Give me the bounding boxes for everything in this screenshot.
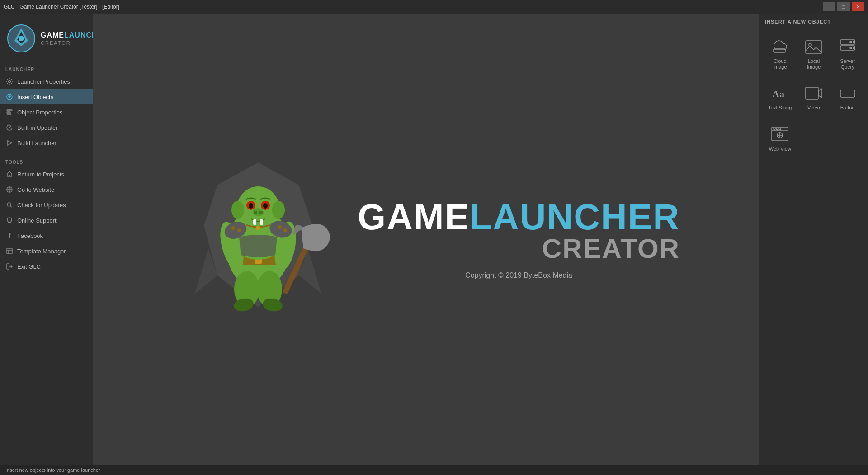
right-panel-title: INSERT A NEW OBJECT	[765, 19, 863, 24]
object-item-server-query[interactable]: Server Query	[832, 32, 863, 75]
svg-rect-35	[253, 219, 256, 225]
sidebar-item-build-launcher[interactable]: Build Launcher	[0, 135, 93, 151]
svg-point-34	[259, 211, 263, 214]
svg-point-52	[853, 41, 855, 43]
splash-copyright: Copyright © 2019 ByteBox Media	[465, 271, 572, 280]
svg-point-30	[249, 203, 253, 209]
right-panel: INSERT A NEW OBJECT Cloud Image	[760, 14, 868, 465]
svg-point-12	[9, 222, 10, 223]
sidebar-item-check-for-updates-label: Check for Updates	[17, 202, 66, 209]
text-string-label: Text String	[768, 105, 792, 111]
sidebar-item-facebook-label: Facebook	[17, 233, 43, 239]
object-grid: Cloud Image Local Image	[765, 32, 863, 157]
svg-point-31	[263, 203, 268, 209]
object-item-button[interactable]: Button	[832, 78, 863, 115]
svg-point-3	[19, 36, 24, 41]
sidebar-item-return-to-projects-label: Return to Projects	[17, 171, 64, 178]
sidebar-item-object-properties-label: Object Properties	[17, 109, 62, 116]
sidebar-item-exit-glc[interactable]: Exit GLC	[0, 259, 93, 274]
svg-point-42	[231, 226, 235, 230]
local-image-label: Local Image	[802, 58, 826, 70]
orc-svg	[172, 158, 344, 321]
svg-rect-47	[774, 49, 785, 52]
local-image-icon	[802, 36, 825, 57]
splash-creator: CREATOR	[542, 235, 680, 262]
sidebar-item-build-launcher-label: Build Launcher	[17, 140, 57, 147]
statusbar-text: Insert new objects into your game launch…	[5, 467, 100, 473]
sidebar-item-insert-objects-label: Insert Objects	[17, 94, 53, 100]
svg-rect-8	[7, 114, 11, 114]
server-query-label: Server Query	[835, 58, 860, 70]
svg-point-43	[237, 228, 241, 232]
svg-point-53	[853, 47, 855, 49]
search-icon	[5, 201, 14, 209]
titlebar-controls: ─ □ ✕	[823, 2, 864, 11]
sidebar-item-check-for-updates[interactable]: Check for Updates	[0, 197, 93, 213]
main-layout: GAMELAUNCHER CREATOR LAUNCHER Launcher P…	[0, 14, 868, 465]
sidebar-item-online-support[interactable]: Online Support	[0, 213, 93, 228]
svg-point-11	[7, 203, 11, 206]
properties-icon	[5, 108, 14, 116]
button-label: Button	[840, 105, 855, 111]
button-icon	[836, 83, 859, 103]
svg-point-46	[256, 226, 260, 230]
server-query-icon	[836, 36, 859, 57]
sidebar-item-exit-glc-label: Exit GLC	[17, 263, 41, 270]
svg-rect-48	[806, 41, 822, 53]
close-button[interactable]: ✕	[852, 2, 864, 11]
svg-point-45	[283, 228, 287, 232]
sidebar-item-go-to-website-label: Go to Website	[17, 186, 54, 193]
splash-game-white: GAME	[358, 197, 470, 237]
object-item-local-image[interactable]: Local Image	[799, 32, 829, 75]
object-item-web-view[interactable]: Web View	[765, 119, 795, 157]
svg-point-55	[850, 47, 852, 49]
svg-point-44	[278, 225, 282, 229]
sidebar-item-built-in-updater[interactable]: Built-in Updater	[0, 120, 93, 135]
insert-icon	[5, 93, 14, 101]
sidebar-item-object-properties[interactable]: Object Properties	[0, 104, 93, 120]
svg-point-61	[776, 128, 778, 130]
sidebar-item-insert-objects[interactable]: Insert Objects	[0, 89, 93, 104]
globe-icon	[5, 185, 14, 194]
app-logo-icon	[5, 23, 37, 54]
text-string-icon: Aa	[769, 83, 791, 103]
object-item-text-string[interactable]: Aa Text String	[765, 78, 795, 115]
svg-text:Aa: Aa	[772, 88, 784, 100]
cloud-image-label: Cloud Image	[768, 58, 793, 70]
sidebar-item-template-manager-label: Template Manager	[17, 248, 66, 255]
svg-rect-57	[806, 87, 818, 99]
sidebar-item-online-support-label: Online Support	[17, 217, 57, 224]
sidebar-item-built-in-updater-label: Built-in Updater	[17, 124, 58, 131]
template-icon	[5, 247, 14, 255]
orc-character	[172, 158, 344, 321]
svg-rect-36	[260, 219, 263, 225]
video-icon	[802, 83, 825, 103]
svg-rect-7	[7, 112, 10, 113]
sidebar-item-return-to-projects[interactable]: Return to Projects	[0, 166, 93, 182]
splash-game-row: GAMELAUNCHER	[358, 199, 680, 235]
svg-rect-50	[840, 40, 855, 44]
svg-rect-6	[7, 110, 12, 111]
launcher-section-label: LAUNCHER	[0, 63, 93, 74]
svg-point-27	[272, 201, 285, 219]
cloud-image-icon	[769, 36, 791, 57]
maximize-button[interactable]: □	[837, 2, 850, 11]
svg-point-62	[779, 128, 781, 130]
web-view-label: Web View	[769, 146, 791, 152]
sidebar-item-facebook[interactable]: f Facebook	[0, 228, 93, 243]
titlebar-title: GLC - Game Launcher Creator [Tester] - […	[4, 4, 119, 10]
sidebar: GAMELAUNCHER CREATOR LAUNCHER Launcher P…	[0, 14, 93, 465]
web-view-icon	[769, 124, 791, 144]
svg-point-54	[850, 41, 852, 43]
sidebar-item-launcher-properties[interactable]: Launcher Properties	[0, 74, 93, 89]
minimize-button[interactable]: ─	[823, 2, 835, 11]
splash-container: GAMELAUNCHER CREATOR Copyright © 2019 By…	[172, 158, 680, 321]
object-item-video[interactable]: Video	[799, 78, 829, 115]
svg-rect-58	[840, 90, 855, 97]
svg-rect-13	[7, 248, 12, 254]
sidebar-item-template-manager[interactable]: Template Manager	[0, 243, 93, 259]
object-item-cloud-image[interactable]: Cloud Image	[765, 32, 795, 75]
sidebar-item-go-to-website[interactable]: Go to Website	[0, 182, 93, 197]
splash-art-area: GAMELAUNCHER CREATOR Copyright © 2019 By…	[172, 158, 680, 321]
updater-icon	[5, 124, 14, 132]
